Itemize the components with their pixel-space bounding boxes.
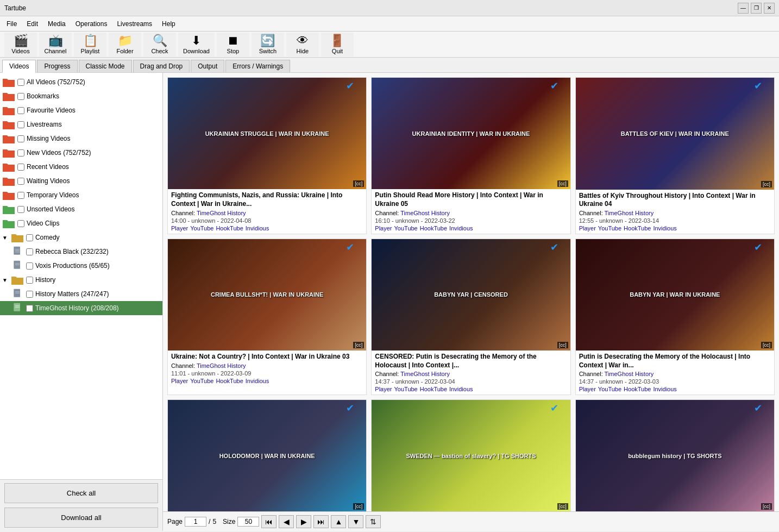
sidebar-check-history-matters[interactable] xyxy=(26,291,33,298)
minimize-button[interactable]: — xyxy=(738,3,749,14)
close-button[interactable]: ✕ xyxy=(764,3,775,14)
stop-button[interactable]: ⏹ Stop xyxy=(217,33,249,57)
menu-help[interactable]: Help xyxy=(158,19,180,29)
sidebar-check-bookmarks[interactable] xyxy=(17,93,24,100)
last-page-button[interactable]: ⏭ xyxy=(313,515,329,528)
link-hooktube-v4[interactable]: HookTube xyxy=(216,378,243,384)
menu-livestreams[interactable]: Livestreams xyxy=(112,19,156,29)
sidebar-item-temporary-videos[interactable]: Temporary Videos xyxy=(0,188,162,202)
sidebar-item-all-videos[interactable]: All Videos (752/752) xyxy=(0,75,162,89)
hide-button[interactable]: 👁 Hide xyxy=(286,33,319,57)
sidebar-check-comedy[interactable] xyxy=(26,234,33,241)
comedy-collapse-arrow[interactable]: ▼ xyxy=(2,235,8,241)
sidebar-check-video-clips[interactable] xyxy=(17,220,24,227)
video-card-v1[interactable]: UKRAINIAN STRUGGLE | WAR IN UKRAINE ✔ [c… xyxy=(167,77,367,234)
link-player-v5[interactable]: Player xyxy=(375,386,392,392)
video-card-v3[interactable]: BATTLES OF KIEV | WAR IN UKRAINE ✔ [cc] … xyxy=(575,77,775,234)
sidebar-item-history-matters[interactable]: History Matters (247/247) xyxy=(0,287,162,301)
tab-drag-drop[interactable]: Drag and Drop xyxy=(133,60,190,72)
link-hooktube-v5[interactable]: HookTube xyxy=(420,386,447,392)
link-youtube-v5[interactable]: YouTube xyxy=(394,386,418,392)
sidebar-check-favourite-videos[interactable] xyxy=(17,107,24,114)
video-card-v6[interactable]: BABYN YAR | WAR IN UKRAINE ✔ [cc] Putin … xyxy=(575,239,775,396)
link-hooktube-v6[interactable]: HookTube xyxy=(624,386,651,392)
sidebar-check-missing-videos[interactable] xyxy=(17,135,24,142)
sidebar-check-history[interactable] xyxy=(26,277,33,284)
link-player-v4[interactable]: Player xyxy=(171,378,188,384)
link-youtube-v3[interactable]: YouTube xyxy=(598,225,621,231)
scroll-up-button[interactable]: ▲ xyxy=(331,515,346,528)
link-hooktube-v3[interactable]: HookTube xyxy=(624,225,651,231)
check-button[interactable]: 🔍 Check xyxy=(143,33,176,57)
sidebar-check-waiting-videos[interactable] xyxy=(17,178,24,185)
channel-link-v2[interactable]: TimeGhost History xyxy=(400,210,450,216)
quit-button[interactable]: 🚪 Quit xyxy=(321,33,354,57)
link-invidious-v6[interactable]: Invidious xyxy=(653,386,676,392)
link-youtube-v4[interactable]: YouTube xyxy=(190,378,213,384)
link-hooktube-v2[interactable]: HookTube xyxy=(420,225,447,231)
channel-link-v3[interactable]: TimeGhost History xyxy=(605,210,654,216)
sidebar-check-voxis-productions[interactable] xyxy=(26,262,33,270)
menu-file[interactable]: File xyxy=(2,19,21,29)
download-all-button[interactable]: Download all xyxy=(4,508,158,528)
sidebar-item-missing-videos[interactable]: Missing Videos xyxy=(0,132,162,146)
tab-progress[interactable]: Progress xyxy=(37,60,77,72)
channel-link-v4[interactable]: TimeGhost History xyxy=(197,362,246,369)
video-card-v2[interactable]: UKRAINIAN IDENTITY | WAR IN UKRAINE ✔ [c… xyxy=(371,77,570,234)
link-youtube-v1[interactable]: YouTube xyxy=(190,225,213,231)
link-youtube-v2[interactable]: YouTube xyxy=(394,225,418,231)
download-button[interactable]: ⬇ Download xyxy=(178,33,215,57)
sidebar-item-unsorted-videos[interactable]: Unsorted Videos xyxy=(0,202,162,216)
sidebar-item-video-clips[interactable]: Video Clips xyxy=(0,216,162,230)
sidebar-check-recent-videos[interactable] xyxy=(17,164,24,171)
sidebar-check-rebecca-black[interactable] xyxy=(26,248,33,255)
playlist-button[interactable]: 📋 Playlist xyxy=(74,33,106,57)
menu-edit[interactable]: Edit xyxy=(22,19,42,29)
video-card-v9[interactable]: bubblegum history | TG SHORTS ✔ [cc] The… xyxy=(575,399,775,511)
first-page-button[interactable]: ⏮ xyxy=(261,515,277,528)
sidebar-item-livestreams[interactable]: Livestreams xyxy=(0,117,162,132)
channel-link-v5[interactable]: TimeGhost History xyxy=(400,371,450,377)
channel-link-v1[interactable]: TimeGhost History xyxy=(197,210,246,216)
scroll-down-button[interactable]: ▼ xyxy=(348,515,363,528)
sidebar-check-livestreams[interactable] xyxy=(17,121,24,128)
menu-operations[interactable]: Operations xyxy=(71,19,112,29)
link-invidious-v2[interactable]: Invidious xyxy=(449,225,473,231)
sidebar-check-all-videos[interactable] xyxy=(17,79,24,86)
sidebar-check-temporary-videos[interactable] xyxy=(17,192,24,199)
videos-button[interactable]: 🎬 Videos xyxy=(4,33,37,57)
page-size-input[interactable] xyxy=(237,517,259,527)
maximize-button[interactable]: ❐ xyxy=(751,3,762,14)
link-invidious-v1[interactable]: Invidious xyxy=(246,225,269,231)
sidebar-item-bookmarks[interactable]: Bookmarks xyxy=(0,89,162,103)
link-player-v6[interactable]: Player xyxy=(579,386,596,392)
page-number-input[interactable] xyxy=(185,517,206,527)
sidebar-item-timeghost-history[interactable]: TimeGhost History (208/208) xyxy=(0,301,162,315)
link-youtube-v6[interactable]: YouTube xyxy=(598,386,621,392)
link-player-v3[interactable]: Player xyxy=(579,225,596,231)
sidebar-item-waiting-videos[interactable]: Waiting Videos xyxy=(0,174,162,188)
sidebar-check-unsorted-videos[interactable] xyxy=(17,206,24,213)
history-collapse-arrow[interactable]: ▼ xyxy=(2,277,8,283)
switch-button[interactable]: 🔄 Switch xyxy=(252,33,284,57)
next-page-button[interactable]: ▶ xyxy=(296,515,311,528)
link-player-v1[interactable]: Player xyxy=(171,225,188,231)
sidebar-check-timeghost-history[interactable] xyxy=(26,305,33,312)
link-invidious-v5[interactable]: Invidious xyxy=(449,386,473,392)
sidebar-item-recent-videos[interactable]: Recent Videos xyxy=(0,160,162,174)
sidebar-item-voxis-productions[interactable]: Voxis Productions (65/65) xyxy=(0,259,162,273)
link-player-v2[interactable]: Player xyxy=(375,225,392,231)
sort-button[interactable]: ⇅ xyxy=(366,515,381,528)
tab-videos[interactable]: Videos xyxy=(2,60,36,73)
tab-classic-mode[interactable]: Classic Mode xyxy=(79,60,132,72)
video-card-v8[interactable]: SWEDEN — bastion of slavery? | TG SHORTS… xyxy=(371,399,570,511)
tab-output[interactable]: Output xyxy=(191,60,224,72)
check-all-button[interactable]: Check all xyxy=(4,483,158,503)
sidebar-item-favourite-videos[interactable]: Favourite Videos xyxy=(0,103,162,117)
channel-button[interactable]: 📺 Channel xyxy=(39,33,72,57)
video-card-v5[interactable]: BABYN YAR | CENSORED ✔ [cc] CENSORED: Pu… xyxy=(371,239,570,396)
sidebar-item-new-videos[interactable]: New Videos (752/752) xyxy=(0,146,162,160)
channel-link-v6[interactable]: TimeGhost History xyxy=(605,371,654,377)
sidebar-item-comedy[interactable]: ▼ Comedy xyxy=(0,230,162,245)
link-invidious-v3[interactable]: Invidious xyxy=(653,225,676,231)
